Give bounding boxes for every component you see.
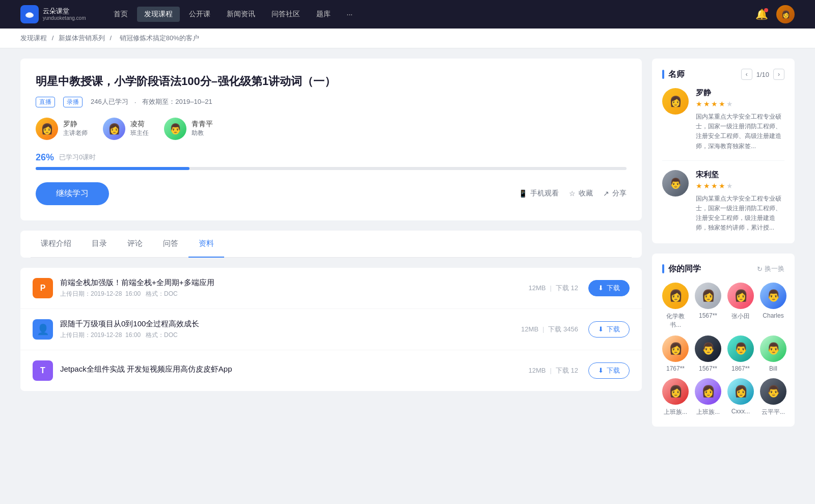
classmate-avatar-5: 👩 [662, 335, 689, 362]
nav-qa[interactable]: 问答社区 [264, 7, 307, 22]
tp-avatar-2: 👨 [662, 170, 689, 197]
famous-teachers-label: 名师 [668, 69, 737, 80]
tab-comments[interactable]: 评论 [117, 231, 153, 258]
star-5: ★ [726, 100, 733, 108]
logo[interactable]: 云朵课堂 yunduoketang.com [20, 5, 86, 23]
badge-live: 直播 [36, 97, 55, 107]
classmate-avatar-8: 👨 [760, 335, 786, 362]
share-link[interactable]: ↗ 分享 [603, 189, 627, 198]
breadcrumb-series[interactable]: 新媒体营销系列 [59, 34, 105, 42]
teacher-1-avatar: 👩 [36, 118, 58, 140]
classmate-avatar-9: 👩 [662, 378, 689, 405]
download-button-3[interactable]: ⬇ 下载 [588, 362, 630, 379]
progress-sub: 已学习0课时 [59, 153, 96, 162]
download-button-1[interactable]: ⬇ 下载 [588, 280, 630, 296]
classmates-title: 你的同学 ↻ 换一换 [662, 264, 784, 274]
file-icon-2: 👤 [33, 319, 53, 340]
teacher-1-name: 罗静 [63, 120, 88, 129]
classmates-grid: 👩 化学教书... 👩 1567** 👩 张小田 [662, 283, 784, 416]
logo-icon [20, 5, 39, 23]
next-teacher-btn[interactable]: › [773, 69, 784, 80]
classmate-2: 👩 1567** [695, 283, 721, 329]
teacher-3: 👨 青青平 助教 [164, 118, 213, 140]
classmate-8: 👨 Bill [760, 335, 786, 372]
teacher-2-role: 班主任 [130, 129, 149, 137]
file-item-2: 👤 跟随千万级项目从0到100全过程高效成长 上传日期：2019-12-28 1… [20, 309, 642, 350]
tab-intro[interactable]: 课程介绍 [31, 231, 82, 258]
user-avatar[interactable]: 👩 [776, 5, 795, 23]
notification-bell[interactable]: 🔔 [755, 8, 768, 20]
phone-icon: 📱 [519, 189, 527, 198]
file-stats-1: 12MB | 下载 12 [529, 284, 578, 293]
classmate-10: 👩 上班族... [695, 378, 721, 416]
teacher-2-avatar: 👩 [103, 118, 125, 140]
star2-5: ★ [726, 182, 733, 190]
phone-watch-link[interactable]: 📱 手机观看 [519, 189, 559, 198]
star2-3: ★ [711, 182, 718, 190]
files-list: P 前端全栈加强版！前端全栈+全周期+多端应用 上传日期：2019-12-28 … [20, 268, 642, 391]
tp-name-1: 罗静 [696, 88, 784, 98]
course-tabs: 课程介绍 目录 评论 问答 资料 [20, 231, 642, 258]
teacher-page: 1/10 [756, 71, 769, 78]
content-area: 明星中教授课，小学阶段语法100分–强化级第1讲动词（一） 直播 录播 246人… [20, 59, 642, 437]
nav-items: 首页 发现课程 公开课 新闻资讯 问答社区 题库 ··· [106, 7, 755, 22]
progress-percent: 26% [36, 152, 54, 163]
classmate-name-6: 1567** [699, 365, 717, 372]
nav-news[interactable]: 新闻资讯 [220, 7, 262, 22]
classmate-name-10: 上班族... [696, 408, 720, 416]
classmates-title-bar [662, 264, 664, 273]
course-title: 明星中教授课，小学阶段语法100分–强化级第1讲动词（一） [36, 74, 627, 90]
tab-qa[interactable]: 问答 [153, 231, 188, 258]
file-meta-1: 上传日期：2019-12-28 16:00 格式：DOC [60, 290, 529, 298]
famous-teachers-card: 名师 ‹ 1/10 › 👩 罗静 ★ ★ [652, 59, 795, 243]
classmate-6: 👨 1567** [695, 335, 721, 372]
nav-home[interactable]: 首页 [106, 7, 135, 22]
course-card: 明星中教授课，小学阶段语法100分–强化级第1讲动词（一） 直播 录播 246人… [20, 59, 642, 220]
tp-desc-1: 国内某重点大学安全工程专业硕士，国家一级注册消防工程师、注册安全工程师、高级注册… [696, 112, 784, 151]
teacher-profile-1: 👩 罗静 ★ ★ ★ ★ ★ 国内某重点大学安全工程专业硕士，国家一级注册消防工… [662, 88, 784, 161]
file-name-1: 前端全栈加强版！前端全栈+全周期+多端应用 [60, 278, 529, 288]
teacher-3-avatar: 👨 [164, 118, 186, 140]
download-button-2[interactable]: ⬇ 下载 [588, 321, 630, 338]
file-stats-2: 12MB | 下载 3456 [521, 325, 578, 334]
classmate-name-3: 张小田 [731, 312, 750, 321]
teacher-3-role: 助教 [192, 129, 213, 137]
classmate-name-8: Bill [769, 365, 777, 372]
action-links: 📱 手机观看 ☆ 收藏 ↗ 分享 [519, 189, 627, 198]
progress-bar [36, 167, 627, 170]
classmate-11: 👩 Cxxx... [727, 378, 754, 416]
progress-fill [36, 167, 189, 170]
collect-link[interactable]: ☆ 收藏 [569, 189, 593, 198]
teacher-1-info: 罗静 主讲老师 [63, 120, 88, 137]
file-item-1: P 前端全栈加强版！前端全栈+全周期+多端应用 上传日期：2019-12-28 … [20, 268, 642, 309]
teacher-1-role: 主讲老师 [63, 129, 88, 137]
nav-right: 🔔 👩 [755, 5, 795, 23]
tp-info-1: 罗静 ★ ★ ★ ★ ★ 国内某重点大学安全工程专业硕士，国家一级注册消防工程师… [696, 88, 784, 151]
prev-teacher-btn[interactable]: ‹ [741, 69, 752, 80]
nav-more[interactable]: ··· [340, 7, 360, 21]
classmate-avatar-7: 👨 [727, 335, 754, 362]
continue-button[interactable]: 继续学习 [36, 182, 109, 205]
teacher-profile-2: 👨 宋利坚 ★ ★ ★ ★ ★ 国内某重点大学安全工程专业硕士，国家一级注册消防… [662, 170, 784, 233]
badge-rec: 录播 [63, 97, 83, 107]
sidebar: 名师 ‹ 1/10 › 👩 罗静 ★ ★ [652, 59, 795, 437]
tab-materials[interactable]: 资料 [188, 231, 224, 258]
file-icon-1: P [33, 278, 53, 298]
svg-point-2 [28, 12, 32, 14]
nav-bank[interactable]: 题库 [309, 7, 338, 22]
classmates-refresh[interactable]: ↻ 换一换 [757, 264, 784, 273]
tp-name-2: 宋利坚 [696, 170, 784, 180]
student-count: 246人已学习 [91, 97, 128, 106]
tab-catalog[interactable]: 目录 [82, 231, 117, 258]
teacher-2-info: 凌荷 班主任 [130, 120, 149, 137]
progress-label: 26% 已学习0课时 [36, 152, 627, 163]
teacher-2-name: 凌荷 [130, 120, 149, 129]
teachers-list: 👩 罗静 主讲老师 👩 凌荷 班主任 [36, 118, 627, 140]
refresh-icon: ↻ [757, 265, 763, 273]
classmate-avatar-2: 👩 [695, 283, 721, 309]
star2-1: ★ [696, 182, 702, 190]
nav-open[interactable]: 公开课 [182, 7, 218, 22]
breadcrumb-discover[interactable]: 发现课程 [20, 34, 47, 42]
classmate-name-11: Cxxx... [731, 408, 750, 415]
nav-discover[interactable]: 发现课程 [137, 7, 180, 22]
